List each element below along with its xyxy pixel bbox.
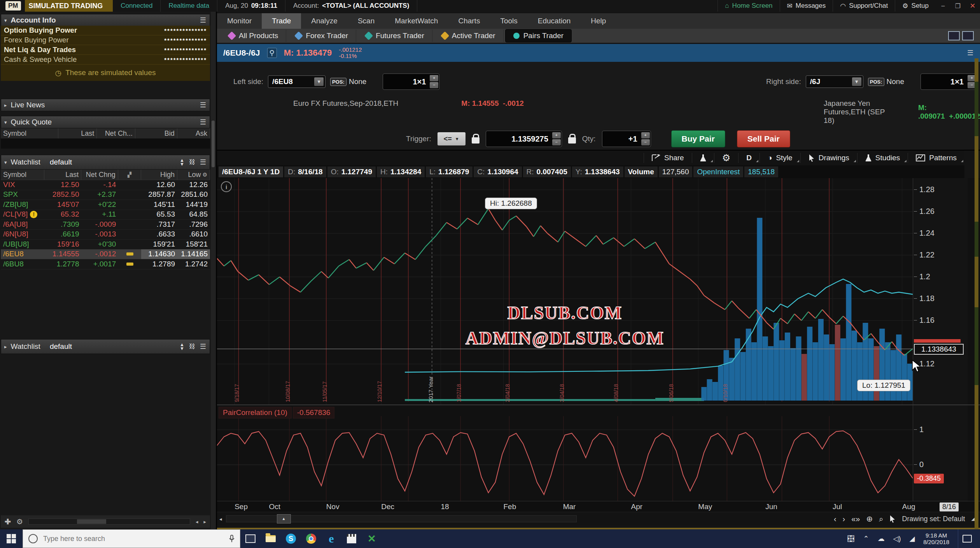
taskbar-clock[interactable]: 9:18 AM8/20/2018 xyxy=(923,532,949,545)
watchlist-name-dropdown[interactable]: default xyxy=(50,158,72,166)
sort-arrows-icon[interactable]: ▲▼ xyxy=(180,343,184,350)
green-app-button[interactable]: ✕ xyxy=(362,529,382,548)
menu-monitor[interactable]: Monitor xyxy=(217,13,262,29)
task-view-button[interactable] xyxy=(240,529,261,548)
menu-marketwatch[interactable]: MarketWatch xyxy=(385,13,448,29)
subtab-active-trader[interactable]: Active Trader xyxy=(434,30,504,42)
chrome-button[interactable] xyxy=(301,529,321,548)
main-chart[interactable]: i DLSUB.COM ADMIN@DLSUB.COM Hi: 1.262688… xyxy=(217,178,980,404)
menu-tools[interactable]: Tools xyxy=(490,13,527,29)
watchlist-column-symbol[interactable]: Symbol xyxy=(1,170,44,180)
sort-arrows-icon[interactable]: ▲▼ xyxy=(180,158,184,166)
collapse-handle[interactable]: ▴ xyxy=(277,514,291,523)
watchlist-row-SPX[interactable]: SPX2852.50+2.372857.872851.60 xyxy=(1,190,210,200)
menu-education[interactable]: Education xyxy=(528,13,581,29)
correlation-plot[interactable] xyxy=(217,416,913,501)
menu-charts[interactable]: Charts xyxy=(448,13,490,29)
left-ratio-spinner[interactable]: 1×1 +− xyxy=(383,74,439,90)
sell-pair-button[interactable]: Sell Pair xyxy=(737,130,790,147)
subtab-pairs-trader[interactable]: Pairs Trader xyxy=(505,29,572,42)
setup-button[interactable]: ⚙ Setup xyxy=(895,0,936,12)
globe-icon[interactable]: ⊕ xyxy=(866,514,873,523)
quick-study-button[interactable] xyxy=(692,153,714,163)
watchlist-column-high[interactable]: High xyxy=(141,170,177,180)
decrement-icon[interactable]: − xyxy=(552,139,561,145)
chart-settings-button[interactable]: ⚙ xyxy=(714,153,738,163)
style-button[interactable]: ◑ Style xyxy=(760,153,800,163)
studies-button[interactable]: Studies xyxy=(857,153,908,163)
chart-hscrollbar[interactable]: ▴ xyxy=(226,515,577,522)
watchlist-row-UBU8[interactable]: /UB[U8]159'16+0'30159'21158'21 xyxy=(1,239,210,250)
subtab-all-products[interactable]: All Products xyxy=(221,30,286,42)
watchlist-row-ZBU8[interactable]: /ZB[U8]145'07+0'22145'11144'19 xyxy=(1,200,210,210)
chevron-right-icon[interactable]: ▸ xyxy=(4,344,7,350)
scroll-left-icon[interactable]: ◂ xyxy=(217,516,222,522)
correlation-pane[interactable]: PairCorrelation (10) -0.567836 10 -0.384… xyxy=(217,404,980,502)
network-icon[interactable]: ◢ xyxy=(909,534,915,543)
timeframe-button[interactable]: D xyxy=(738,153,760,163)
drawing-set-selector[interactable]: Drawing set: Default xyxy=(902,515,965,523)
subtab-futures-trader[interactable]: Futures Trader xyxy=(358,30,432,42)
sidebar-scrollbar[interactable] xyxy=(211,12,215,529)
link-chain-icon[interactable]: ⛓ xyxy=(189,159,195,166)
account-selector[interactable]: Account: <TOTAL> (ALL ACCOUNTS) xyxy=(285,0,417,12)
correlation-study-label[interactable]: PairCorrelation (10) xyxy=(219,407,292,418)
menu-list-icon[interactable]: ☰ xyxy=(200,16,206,25)
increment-icon[interactable]: + xyxy=(430,75,438,81)
gear-icon[interactable]: ⚙ xyxy=(202,172,207,178)
watchlist-column-netchng[interactable]: Net Chng xyxy=(81,170,118,180)
watchlist-column-low[interactable]: Low⚙ xyxy=(177,170,210,180)
menu-trade[interactable]: Trade xyxy=(262,13,301,29)
link-chain-icon[interactable]: ⛓ xyxy=(189,343,195,350)
watchlist-row-6NU8[interactable]: /6N[U8].6619-.0013.6633.6610 xyxy=(1,229,210,240)
decrement-icon[interactable]: − xyxy=(641,139,650,145)
skype-button[interactable]: S xyxy=(281,529,301,548)
layout-split-icon[interactable] xyxy=(948,31,960,40)
watchlist-header[interactable]: ▾ Watchlist default ▲▼ ⛓ ☰ xyxy=(1,155,210,170)
lock-icon[interactable] xyxy=(568,137,576,144)
chevron-down-icon[interactable]: ▾ xyxy=(4,18,7,23)
action-center-button[interactable] xyxy=(958,529,976,548)
edge-button[interactable]: e xyxy=(321,529,341,548)
menu-list-icon[interactable]: ☰ xyxy=(200,342,206,351)
drawings-button[interactable]: Drawings xyxy=(800,153,857,163)
chevron-up-icon[interactable]: ⌃ xyxy=(863,534,869,543)
menu-analyze[interactable]: Analyze xyxy=(301,13,348,29)
live-news-header[interactable]: ▸ Live News ☰ xyxy=(1,99,210,111)
quick-quote-column-bid[interactable]: Bid xyxy=(135,128,177,138)
minimize-button[interactable]: – xyxy=(936,0,950,12)
gear-icon[interactable]: ⚙ xyxy=(16,517,23,526)
quick-quote-column-ask[interactable]: Ask xyxy=(177,128,210,138)
cursor-mode-icon[interactable] xyxy=(889,515,896,523)
trigger-price-spinner[interactable]: 1.1359275 +− xyxy=(486,131,562,147)
increment-icon[interactable]: + xyxy=(641,132,650,138)
right-ratio-spinner[interactable]: 1×1 +− xyxy=(920,74,977,90)
scroll-left-icon[interactable]: ◂ xyxy=(196,519,198,525)
qty-spinner[interactable]: +1 +− xyxy=(602,131,651,147)
info-icon[interactable]: i xyxy=(221,181,232,192)
buy-pair-button[interactable]: Buy Pair xyxy=(671,130,725,147)
onedrive-icon[interactable]: ☁ xyxy=(878,534,885,543)
watchlist-row-VIX[interactable]: VIX12.50-.1412.6012.26 xyxy=(1,180,210,190)
chevron-down-icon[interactable]: ▼ xyxy=(852,77,861,86)
menu-list-icon[interactable]: ☰ xyxy=(200,101,206,109)
add-item-icon[interactable]: ✚ xyxy=(5,517,11,526)
account-info-header[interactable]: ▾ Account Info ☰ xyxy=(1,14,210,26)
quick-quote-column-last[interactable]: Last xyxy=(58,128,97,138)
right-symbol-dropdown[interactable]: /6J▼ xyxy=(806,75,863,88)
messages-button[interactable]: ✉ Messages xyxy=(780,0,833,12)
search-input[interactable] xyxy=(42,534,224,543)
restore-button[interactable]: ❐ xyxy=(950,0,965,12)
zoom-icon[interactable]: ⌕ xyxy=(879,515,883,523)
volume-icon[interactable]: ◁) xyxy=(893,534,901,543)
menu-list-icon[interactable]: ☰ xyxy=(200,118,206,126)
start-button[interactable] xyxy=(0,529,23,548)
quick-quote-header[interactable]: ▾ Quick Quote ☰ xyxy=(1,116,210,128)
subtab-forex-trader[interactable]: Forex Trader xyxy=(288,30,356,42)
quick-quote-column-symbol[interactable]: Symbol xyxy=(1,128,58,138)
decrement-icon[interactable]: − xyxy=(430,82,438,88)
page-left-icon[interactable]: ‹ xyxy=(834,515,836,523)
quick-quote-column-netch[interactable]: Net Ch... xyxy=(97,128,135,138)
movies-app-button[interactable] xyxy=(341,529,362,548)
fast-forward-icon[interactable]: «» xyxy=(851,515,860,523)
